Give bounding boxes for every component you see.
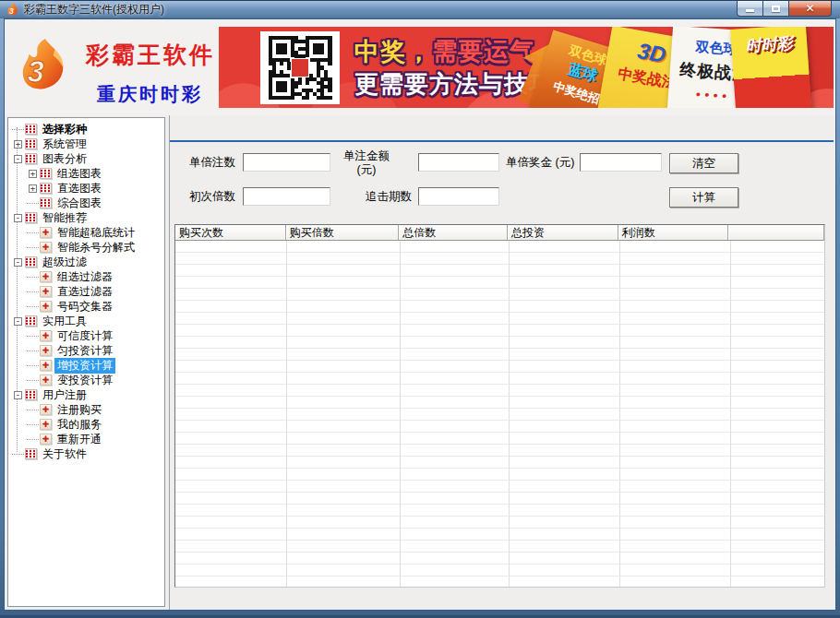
tree-item-label: 智能推荐 (40, 210, 90, 226)
minimize-button[interactable] (737, 1, 763, 17)
app-flame-icon: 3 (6, 3, 19, 17)
table-column-header[interactable]: 购买次数 (175, 225, 286, 241)
single-bet-count-label: 单倍注数 (189, 156, 235, 170)
close-button[interactable]: ✕ (789, 1, 832, 17)
calculate-button[interactable]: 计算 (669, 187, 738, 208)
tree-connector (27, 351, 39, 351)
tree-item[interactable]: ✚变投资计算 (8, 373, 164, 387)
tree-item[interactable]: ✚直选过滤器 (8, 284, 164, 299)
tree-item[interactable]: ✚我的服务 (8, 417, 164, 432)
expand-toggle[interactable]: + (14, 140, 22, 149)
tree-item[interactable]: +组选图表 (8, 166, 164, 181)
tree-item[interactable]: ✚重新开通 (8, 432, 164, 446)
maximize-button[interactable] (763, 1, 789, 17)
grid-icon (25, 212, 37, 223)
window-title: 彩霸王数字三软件(授权用户) (24, 2, 164, 18)
tree-item-label: 组选图表 (54, 166, 104, 182)
expand-toggle[interactable]: - (14, 391, 22, 399)
tree-connector (27, 410, 39, 410)
single-bet-amount-input[interactable] (418, 153, 499, 172)
single-bet-count-input[interactable] (243, 153, 330, 172)
arrow-icon: ✚ (40, 404, 52, 415)
expand-toggle[interactable]: - (14, 317, 22, 326)
arrow-icon: ✚ (40, 227, 52, 238)
logo-number: 3 (28, 54, 44, 89)
tree-item[interactable]: +系统管理 (8, 137, 164, 151)
arrow-icon: ✚ (40, 271, 52, 282)
table-column-header[interactable] (728, 225, 824, 241)
table-column-header[interactable]: 利润数 (618, 225, 729, 241)
tree-item[interactable]: ✚增投资计算 (8, 358, 164, 373)
clear-button[interactable]: 清空 (669, 153, 738, 173)
tree-connector (27, 380, 39, 381)
expand-toggle[interactable]: + (29, 184, 37, 193)
single-prize-input[interactable] (580, 153, 662, 172)
arrow-icon: ✚ (40, 345, 52, 356)
tree-item-label: 智能杀号分解式 (54, 240, 138, 256)
tree-item[interactable]: ✚注册购买 (8, 402, 164, 417)
chase-periods-input[interactable] (418, 187, 499, 206)
table-body[interactable] (175, 241, 824, 587)
initial-multiple-input[interactable] (243, 187, 330, 206)
arrow-icon: ✚ (40, 360, 52, 371)
banner-slogan-highlight: 中奖， (354, 38, 432, 65)
tree-item[interactable]: ✚智能杀号分解式 (8, 240, 164, 255)
banner-slogan-line1: 中奖，需要运气， (354, 35, 561, 68)
single-bet-amount-label: 单注金额(元) (339, 149, 394, 177)
table-header-row: 购买次数购买倍数总倍数总投资利润数 (175, 225, 824, 241)
expand-toggle[interactable]: + (29, 170, 37, 178)
grid-icon (25, 256, 37, 267)
expand-toggle[interactable]: - (14, 155, 22, 163)
tree-item-label: 实用工具 (40, 314, 90, 329)
tree-connector (12, 454, 24, 455)
tree-item[interactable]: ✚可信度计算 (8, 328, 164, 343)
maximize-icon (772, 6, 780, 12)
grid-icon (25, 153, 37, 164)
table-column-header[interactable]: 总倍数 (399, 225, 508, 241)
tree-item[interactable]: ✚组选过滤器 (8, 269, 164, 284)
tree-item-label: 组选过滤器 (54, 269, 115, 285)
tree-item-label: 选择彩种 (40, 122, 90, 137)
tree-item[interactable]: ✚智能超稳底统计 (8, 225, 164, 240)
logo-flame-icon: 3 (16, 35, 69, 96)
tree-item[interactable]: +直选图表 (8, 181, 164, 196)
tree-connector (27, 336, 39, 337)
tree-item-label: 直选过滤器 (54, 284, 115, 300)
divider-line (170, 140, 834, 142)
tree-item[interactable]: 关于软件 (8, 446, 164, 461)
title-bar[interactable]: 3 彩霸王数字三软件(授权用户) ✕ (0, 0, 840, 18)
close-icon: ✕ (805, 3, 814, 14)
tree-item-label: 综合图表 (54, 196, 104, 211)
header: 3 彩霸王软件 重庆时时彩 中奖，需要运气， 更需要方法与技巧 (5, 19, 835, 116)
tree-item[interactable]: -图表分析 (8, 151, 164, 166)
table-column-header[interactable]: 购买倍数 (286, 225, 400, 241)
tree-item[interactable]: -用户注册 (8, 387, 164, 402)
tree-item[interactable]: ✚匀投资计算 (8, 343, 164, 358)
tree-item-label: 系统管理 (40, 137, 90, 152)
body-area: 选择彩种+系统管理-图表分析+组选图表+直选图表综合图表-智能推荐✚智能超稳底统… (5, 115, 835, 610)
tree-item-label: 号码交集器 (54, 299, 115, 315)
tree-item[interactable]: 选择彩种 (8, 122, 164, 137)
tree-item-label: 可信度计算 (54, 328, 115, 344)
table-column-header[interactable]: 总投资 (508, 225, 618, 241)
expand-toggle[interactable]: - (14, 258, 22, 267)
tree-connector (27, 306, 39, 307)
ad-banner[interactable]: 中奖，需要运气， 更需要方法与技巧 双色球 蓝球 中奖绝招 3D 中奖战法 双色… (219, 27, 834, 108)
tree-connector (27, 203, 39, 204)
tree-item[interactable]: -智能推荐 (8, 210, 164, 225)
tree-item-label: 智能超稳底统计 (54, 225, 138, 241)
tree-item-label: 关于软件 (40, 446, 90, 462)
book-title-line: 时时彩 (731, 31, 808, 58)
results-table: 购买次数购买倍数总倍数总投资利润数 (174, 224, 825, 588)
tree-item[interactable]: -实用工具 (8, 314, 164, 328)
tree-item[interactable]: ✚号码交集器 (8, 299, 164, 314)
arrow-icon: ✚ (40, 286, 52, 297)
tree-item[interactable]: -超级过滤 (8, 255, 164, 269)
chase-periods-label: 追击期数 (366, 190, 412, 204)
window-controls: ✕ (737, 1, 832, 17)
tree-item-label: 注册购买 (54, 402, 104, 418)
tree-item-label: 超级过滤 (40, 255, 90, 270)
navigation-tree: 选择彩种+系统管理-图表分析+组选图表+直选图表综合图表-智能推荐✚智能超稳底统… (7, 117, 165, 607)
tree-item[interactable]: 综合图表 (8, 196, 164, 210)
expand-toggle[interactable]: - (14, 214, 22, 222)
